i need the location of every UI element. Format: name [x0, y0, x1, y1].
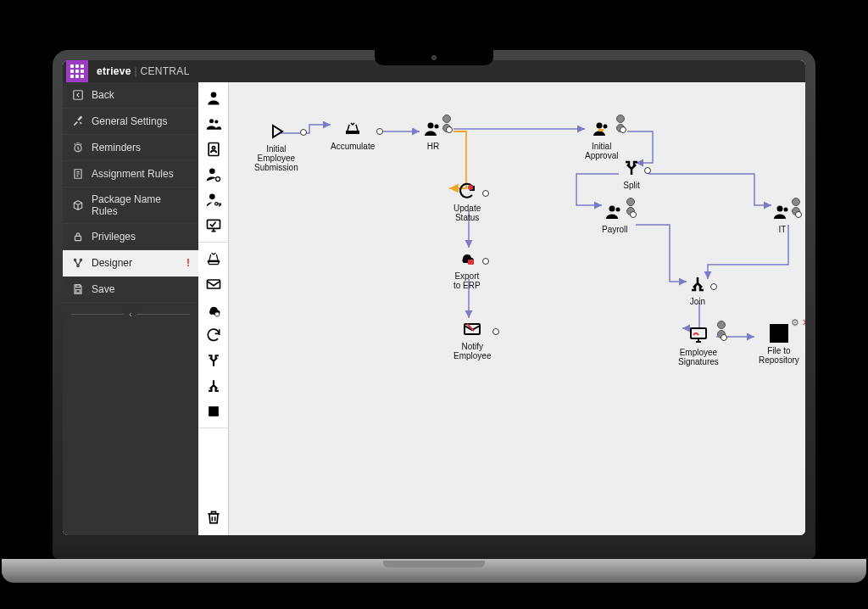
apps-menu-button[interactable] [66, 60, 88, 82]
node-initial-approval[interactable]: Initial Approval [585, 118, 618, 160]
sidebar: Back General Settings Reminders Assignme… [63, 82, 198, 535]
sidebar-item-general-settings[interactable]: General Settings [63, 109, 198, 135]
svg-point-17 [214, 203, 217, 205]
svg-rect-8 [76, 290, 81, 293]
sidebar-label: Designer [92, 257, 132, 269]
svg-point-13 [212, 147, 214, 149]
sidebar-label: Assignment Rules [92, 168, 174, 180]
group-icon [604, 201, 626, 223]
sync-icon [456, 180, 478, 202]
svg-point-26 [596, 123, 602, 129]
node-hr[interactable]: HR [422, 118, 444, 151]
lock-icon [71, 230, 85, 243]
svg-rect-7 [76, 285, 81, 288]
sidebar-label: Package Name Rules [92, 193, 190, 217]
svg-rect-28 [598, 129, 604, 131]
sidebar-item-privileges[interactable]: Privileges [63, 224, 198, 250]
join-icon [687, 273, 709, 295]
svg-point-14 [209, 169, 215, 175]
accumulate-icon [342, 118, 364, 140]
palette-mail-icon[interactable] [203, 273, 225, 295]
sidebar-label: General Settings [92, 115, 167, 127]
split-icon [620, 157, 643, 179]
group-icon [771, 201, 793, 223]
monitor-sign-icon [687, 324, 709, 346]
svg-rect-20 [207, 280, 220, 288]
palette-trash-icon[interactable] [203, 506, 225, 528]
tool-palette [198, 82, 229, 535]
svg-rect-34 [468, 260, 474, 265]
nodes-icon [71, 256, 85, 270]
palette-stop-icon[interactable] [203, 400, 225, 422]
sidebar-item-reminders[interactable]: Reminders [63, 135, 198, 161]
cloud-db-icon [456, 248, 478, 270]
sidebar-item-assignment-rules[interactable]: Assignment Rules [63, 161, 198, 187]
sidebar-label: Reminders [92, 142, 141, 154]
node-employee-signatures[interactable]: Employee Signatures [678, 324, 719, 366]
palette-group-icon[interactable] [203, 113, 225, 135]
gear-icon[interactable]: ⚙ [791, 317, 799, 328]
svg-point-25 [435, 125, 439, 129]
node-label: Export to ERP [453, 271, 481, 290]
palette-monitor-icon[interactable] [203, 215, 225, 237]
node-label: Accumulate [331, 142, 375, 151]
sidebar-collapse[interactable] [63, 308, 198, 320]
sidebar-item-back[interactable]: Back [63, 82, 198, 109]
node-label: Initial Employee Submission [254, 144, 298, 172]
svg-rect-23 [346, 131, 359, 134]
node-label: HR [427, 142, 439, 151]
svg-rect-3 [75, 236, 81, 240]
node-payroll[interactable]: Payroll [602, 201, 628, 234]
start-icon [265, 120, 287, 142]
palette-sync-icon[interactable] [203, 324, 225, 346]
node-split[interactable]: Split [620, 157, 643, 190]
clock-icon [71, 141, 85, 154]
node-file-repository[interactable]: ⚙ ✕ File to Repository [759, 324, 799, 365]
node-label: File to Repository [759, 346, 799, 365]
svg-point-10 [209, 119, 214, 123]
palette-cloud-db-icon[interactable] [203, 299, 225, 321]
svg-point-11 [214, 120, 218, 123]
svg-point-27 [603, 125, 607, 129]
apps-grid-icon [70, 64, 84, 78]
node-label: Split [623, 181, 639, 190]
node-label: Initial Approval [585, 142, 618, 160]
delete-icon[interactable]: ✕ [802, 317, 805, 328]
sidebar-item-save[interactable]: Save [63, 277, 198, 303]
box-icon [71, 198, 85, 212]
palette-split-icon[interactable] [203, 349, 225, 372]
svg-point-5 [80, 259, 81, 260]
designer-canvas[interactable]: Initial Employee Submission Accumulate H… [229, 82, 805, 535]
node-label: Payroll [602, 225, 628, 234]
sidebar-item-package-name-rules[interactable]: Package Name Rules [63, 187, 198, 224]
palette-person-key-icon[interactable] [203, 189, 225, 211]
palette-accumulate-icon[interactable] [203, 248, 225, 270]
doc-icon [71, 167, 85, 181]
sidebar-label: Back [92, 89, 114, 101]
mail-icon [461, 318, 483, 340]
palette-form-icon[interactable] [203, 138, 225, 160]
svg-point-16 [209, 194, 215, 200]
node-label: Notify Employee [453, 342, 491, 360]
sidebar-label: Privileges [92, 231, 136, 243]
node-it[interactable]: IT [771, 201, 793, 234]
svg-point-31 [616, 208, 620, 212]
node-selected-controls: ⚙ ✕ [791, 317, 805, 328]
connectors [229, 82, 805, 535]
node-accumulate[interactable]: Accumulate [331, 118, 375, 151]
node-notify-employee[interactable]: Notify Employee [453, 318, 491, 360]
group-icon [422, 118, 444, 140]
sidebar-item-designer[interactable]: Designer ! [63, 250, 198, 277]
node-export-erp[interactable]: Export to ERP [453, 248, 481, 290]
chevron-left-icon [71, 88, 85, 102]
node-update-status[interactable]: Update Status [453, 180, 481, 222]
palette-join-icon[interactable] [203, 375, 225, 397]
node-initial-submission[interactable]: Initial Employee Submission [254, 120, 298, 172]
node-join[interactable]: Join [687, 273, 709, 306]
tools-icon [71, 115, 85, 128]
save-icon [71, 282, 85, 296]
palette-person-icon[interactable] [203, 87, 225, 109]
node-label: Employee Signatures [678, 348, 719, 366]
sidebar-label: Save [92, 283, 114, 295]
palette-person-gear-icon[interactable] [203, 164, 225, 186]
